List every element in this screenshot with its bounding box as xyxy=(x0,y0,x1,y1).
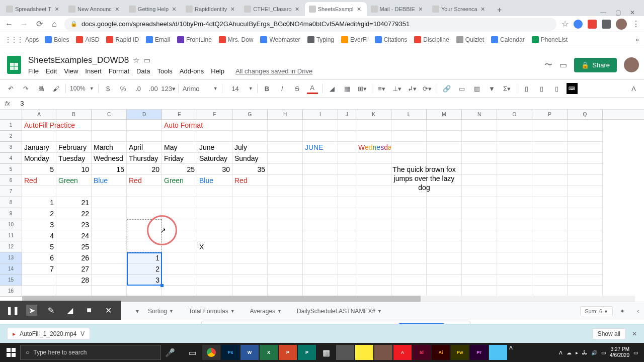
cell-A6[interactable]: Red xyxy=(22,175,56,186)
cell-O11[interactable] xyxy=(497,230,532,241)
halign-button[interactable]: ≡▾ xyxy=(376,83,387,94)
cell-Q1[interactable] xyxy=(568,120,603,131)
doc-title[interactable]: SheetsExamples_DOWD8 xyxy=(28,55,129,65)
cell-P7[interactable] xyxy=(532,186,568,197)
cell-M16[interactable] xyxy=(427,286,462,297)
powerpoint-icon[interactable]: P xyxy=(279,345,297,360)
cell-A16[interactable] xyxy=(22,286,56,297)
bookmark-aisd[interactable]: AISD xyxy=(76,36,99,43)
col-header-K[interactable]: K xyxy=(356,110,391,119)
cell-H13[interactable] xyxy=(268,252,303,263)
cell-H3[interactable] xyxy=(268,142,303,153)
cell-D10[interactable] xyxy=(127,219,162,230)
cell-C13[interactable] xyxy=(92,252,127,263)
cell-H16[interactable] xyxy=(268,286,303,297)
cell-N7[interactable] xyxy=(462,186,497,197)
spreadsheet-grid[interactable]: ABCDEFGHIJKLMNOPQ1AutoFill PracticeAuto … xyxy=(0,110,644,297)
cell-Q15[interactable] xyxy=(568,275,603,286)
cell-Q8[interactable] xyxy=(568,197,603,208)
cell-G16[interactable] xyxy=(232,286,268,297)
dec-decrease-button[interactable]: .0 xyxy=(133,83,144,94)
cell-O5[interactable] xyxy=(497,164,532,175)
cell-I7[interactable] xyxy=(303,186,338,197)
menu-insert[interactable]: Insert xyxy=(85,67,102,75)
col-header-F[interactable]: F xyxy=(197,110,232,119)
cell-B12[interactable]: 25 xyxy=(56,241,92,252)
cell-O10[interactable] xyxy=(497,219,532,230)
cell-P9[interactable] xyxy=(532,208,568,219)
cell-F6[interactable]: Blue xyxy=(197,175,232,186)
row-header-7[interactable]: 7 xyxy=(0,186,22,197)
browser-tab-4[interactable]: CTHEI_Classro× xyxy=(240,2,304,16)
task-view-icon[interactable]: ▭ xyxy=(183,345,201,360)
cell-B15[interactable]: 28 xyxy=(56,275,92,286)
row-header-4[interactable]: 4 xyxy=(0,153,22,164)
collapse-toolbar-button[interactable]: ᐱ xyxy=(628,83,639,94)
cell-I13[interactable] xyxy=(303,252,338,263)
cell-A13[interactable]: 6 xyxy=(22,252,56,263)
cell-E7[interactable] xyxy=(162,186,197,197)
dec-increase-button[interactable]: .00 xyxy=(148,83,159,94)
cell-I15[interactable] xyxy=(303,275,338,286)
cell-K6[interactable] xyxy=(356,175,391,186)
download-chevron-icon[interactable]: ᐯ xyxy=(80,330,85,337)
explore-button[interactable]: ✦ xyxy=(620,308,625,315)
cell-B10[interactable]: 23 xyxy=(56,219,92,230)
cell-L3[interactable] xyxy=(391,142,427,153)
cell-O14[interactable] xyxy=(497,263,532,275)
cell-C11[interactable] xyxy=(92,230,127,241)
star-doc-icon[interactable]: ☆ xyxy=(133,56,139,65)
cell-C1[interactable] xyxy=(92,120,127,131)
functions-button[interactable]: Σ▾ xyxy=(502,83,513,94)
fw-icon[interactable]: Fw xyxy=(451,345,469,360)
share-button[interactable]: 🔒 Share xyxy=(574,58,617,72)
cell-C4[interactable]: Wednesd xyxy=(92,153,127,164)
cell-E8[interactable] xyxy=(162,197,197,208)
cell-K12[interactable] xyxy=(356,241,391,252)
cell-J4[interactable] xyxy=(338,153,356,164)
pen-tool-button[interactable]: ✎ xyxy=(45,305,56,316)
maximize-button[interactable]: ▢ xyxy=(615,9,621,16)
cell-G6[interactable]: Red xyxy=(232,175,268,186)
lang-icon[interactable]: ▭ xyxy=(601,350,606,355)
col-header-I[interactable]: I xyxy=(303,110,338,119)
close-tab-icon[interactable]: × xyxy=(53,6,60,13)
currency-button[interactable]: $ xyxy=(103,83,114,94)
cell-D8[interactable] xyxy=(127,197,162,208)
cell-P5[interactable] xyxy=(532,164,568,175)
cell-D1[interactable] xyxy=(127,120,162,131)
show-all-downloads-button[interactable]: Show all xyxy=(592,328,626,339)
cell-D16[interactable] xyxy=(127,286,162,297)
cell-L9[interactable] xyxy=(391,208,427,219)
cell-Q3[interactable] xyxy=(568,142,603,153)
cell-H1[interactable] xyxy=(268,120,303,131)
bookmark-mrs.dow[interactable]: Mrs. Dow xyxy=(219,36,254,43)
cell-L12[interactable] xyxy=(391,241,427,252)
cell-F1[interactable] xyxy=(197,120,232,131)
cell-I11[interactable] xyxy=(303,230,338,241)
cell-Q16[interactable] xyxy=(568,286,603,297)
notes-icon[interactable] xyxy=(355,345,373,360)
network-icon[interactable]: 🖧 xyxy=(582,350,587,355)
cell-B4[interactable]: Tuesday xyxy=(56,153,92,164)
cell-G5[interactable]: 35 xyxy=(232,164,268,175)
row-header-13[interactable]: 13 xyxy=(0,252,22,263)
cell-D13[interactable]: 1 xyxy=(127,252,162,263)
undo-button[interactable]: ↶ xyxy=(5,83,16,94)
cell-L2[interactable] xyxy=(391,131,427,142)
cell-C7[interactable] xyxy=(92,186,127,197)
cell-Q12[interactable] xyxy=(568,241,603,252)
cell-F9[interactable] xyxy=(197,208,232,219)
activity-icon[interactable]: 〜 xyxy=(544,60,552,70)
cell-A1[interactable]: AutoFill Practice xyxy=(22,120,56,131)
row-header-1[interactable]: 1 xyxy=(0,120,22,131)
cell-O16[interactable] xyxy=(497,286,532,297)
cell-I16[interactable] xyxy=(303,286,338,297)
cell-F15[interactable] xyxy=(197,275,232,286)
cell-K14[interactable] xyxy=(356,263,391,275)
cell-F4[interactable]: Saturday xyxy=(197,153,232,164)
cell-H10[interactable] xyxy=(268,219,303,230)
cell-L5-merged[interactable]: The quick brown fox jumps over the lazy … xyxy=(391,165,457,195)
bookmark-citations[interactable]: Citations xyxy=(375,36,408,43)
app-icon-1[interactable] xyxy=(336,345,354,360)
